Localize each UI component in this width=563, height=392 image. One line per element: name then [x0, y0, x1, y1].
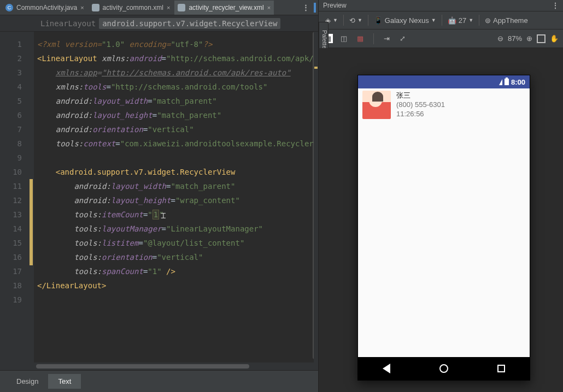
orientation-dropdown[interactable]: ⟲ ▼	[347, 15, 365, 26]
contact-time: 11:26:56	[396, 109, 445, 118]
close-icon[interactable]: ×	[167, 4, 170, 11]
tab-label: activity_common.xml	[103, 4, 163, 11]
editor-pane: C CommonActivity.java × activity_common.…	[0, 0, 318, 392]
tab-common-activity[interactable]: C CommonActivity.java ×	[2, 1, 87, 15]
horizontal-scrollbar[interactable]	[36, 364, 249, 369]
nav-back-icon[interactable]	[383, 364, 390, 373]
close-icon[interactable]: ×	[80, 4, 84, 11]
status-time: 8:00	[511, 78, 525, 86]
preview-toolbar-1: ◈ ▼ ⟲ ▼ 📱 Galaxy Nexus ▼ 🤖 27 ▼ ⊚ AppThe…	[319, 11, 563, 29]
preview-pane: Preview ⋮ ◈ ▼ ⟲ ▼ 📱 Galaxy Nexus ▼ 🤖 27 …	[318, 0, 563, 392]
expand-icon[interactable]: ⤢	[397, 33, 408, 44]
xml-file-icon	[92, 4, 99, 11]
editor-bottom-tabs: Design Text	[0, 370, 318, 392]
breadcrumb: LinearLayout android.support.v7.widget.R…	[0, 15, 318, 32]
tab-overflow-menu[interactable]: ⋮	[298, 3, 314, 11]
tab-activity-recycler-view-xml[interactable]: activity_recycler_view.xml ×	[174, 1, 274, 15]
zoom-out-button[interactable]: ⊖	[497, 34, 503, 43]
breadcrumb-root[interactable]: LinearLayout	[37, 18, 99, 29]
change-marker-column	[30, 32, 34, 363]
preview-menu-icon[interactable]: ⋮	[552, 2, 559, 9]
horizontal-scrollbar-track	[0, 363, 318, 370]
preview-title-bar: Preview ⋮	[319, 0, 563, 11]
tab-design[interactable]: Design	[7, 374, 48, 389]
align-icon[interactable]: ⇥	[382, 33, 392, 44]
zoom-in-button[interactable]: ⊕	[526, 34, 532, 43]
list-item-text: 张三 (800) 555-6301 11:26:56	[396, 91, 445, 119]
nav-bar	[358, 357, 530, 380]
code-content[interactable]: <?xml version="1.0" encoding="utf-8"?> <…	[34, 32, 318, 363]
tab-activity-common-xml[interactable]: activity_common.xml ×	[89, 1, 174, 15]
view-mode-design-icon[interactable]: ◫	[338, 33, 349, 44]
pan-icon[interactable]: ✋	[550, 34, 559, 43]
preview-toolbar-2: ▦ ◫ ▩ ⇥ ⤢ ⊖ 87% ⊕ ✋	[319, 29, 563, 48]
device-selector[interactable]: 📱 Galaxy Nexus ▼	[372, 15, 438, 26]
avatar	[362, 91, 391, 119]
api-selector[interactable]: 🤖 27 ▼	[445, 15, 476, 26]
language-icon[interactable]: ▩	[355, 33, 366, 44]
breadcrumb-current[interactable]: android.support.v7.widget.RecyclerView	[99, 18, 280, 29]
error-stripe	[314, 32, 318, 363]
signal-icon	[499, 79, 502, 85]
code-editor[interactable]: 12345678910111213141516171819 <?xml vers…	[0, 32, 318, 363]
status-bar: 8:00	[358, 75, 530, 88]
preview-title: Preview	[323, 2, 347, 9]
tab-text[interactable]: Text	[48, 374, 81, 389]
nav-recent-icon[interactable]	[497, 365, 505, 372]
contact-phone: (800) 555-6301	[396, 100, 445, 109]
preview-split-marker	[314, 3, 316, 13]
list-item: 张三 (800) 555-6301 11:26:56	[358, 88, 530, 121]
battery-icon	[505, 79, 509, 85]
contact-name: 张三	[396, 91, 445, 100]
preview-canvas[interactable]: 8:00 张三 (800) 555-6301 11:26:56	[319, 48, 563, 392]
close-icon[interactable]: ×	[267, 4, 271, 11]
device-frame: 8:00 张三 (800) 555-6301 11:26:56	[357, 75, 530, 381]
tab-label: CommonActivity.java	[16, 4, 77, 11]
zoom-level: 87%	[508, 34, 522, 43]
zoom-fit-icon[interactable]	[537, 34, 546, 43]
tab-label: activity_recycler_view.xml	[189, 4, 263, 11]
line-number-gutter: 12345678910111213141516171819	[0, 32, 30, 363]
xml-file-icon	[178, 4, 185, 11]
theme-selector[interactable]: ⊚ AppTheme	[483, 15, 530, 26]
java-class-icon: C	[5, 4, 13, 11]
file-tab-strip: C CommonActivity.java × activity_common.…	[0, 0, 318, 15]
nav-home-icon[interactable]	[439, 364, 448, 373]
device-screen: 8:00 张三 (800) 555-6301 11:26:56	[358, 75, 530, 380]
